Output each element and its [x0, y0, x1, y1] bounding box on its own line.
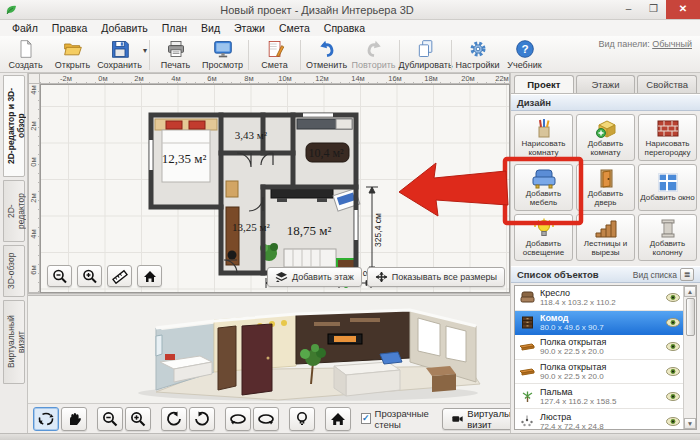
right-panel-tabs: Проект Этажи Свойства: [511, 73, 700, 94]
orbit-right-button[interactable]: [253, 407, 279, 431]
question-icon: ?: [514, 39, 536, 59]
add-floor-button[interactable]: Добавить этаж: [267, 267, 362, 287]
menu-file[interactable]: Файл: [5, 22, 45, 34]
rotate-down-button[interactable]: [189, 407, 215, 431]
list-view-toggle-button[interactable]: ≣: [680, 268, 694, 281]
menu-add[interactable]: Добавить: [94, 22, 154, 34]
add-room-button[interactable]: Добавить комнату: [576, 114, 635, 161]
minimize-button[interactable]: –: [616, 0, 641, 19]
main-toolbar: Создать Открыть Сохранить ▾ Печать Просм…: [0, 36, 700, 73]
estimate-button[interactable]: Смета: [251, 38, 298, 70]
menu-edit[interactable]: Правка: [45, 22, 94, 34]
transparent-walls-checkbox[interactable]: ✓: [361, 413, 371, 424]
visibility-eye-icon[interactable]: [666, 417, 680, 426]
tab-floors[interactable]: Этажи: [576, 75, 636, 93]
tab-project[interactable]: Проект: [514, 75, 574, 93]
preview-button[interactable]: Просмотр: [199, 38, 246, 70]
visibility-eye-icon[interactable]: [666, 367, 680, 376]
menu-view[interactable]: Вид: [194, 22, 227, 34]
tab-3d-view[interactable]: 3D-обзор: [3, 245, 25, 297]
add-door-button[interactable]: Добавить дверь: [576, 164, 635, 211]
undo-button[interactable]: Отменить: [303, 38, 350, 70]
zoom-out-icon: [52, 269, 68, 284]
transparent-walls-toggle[interactable]: ✓ Прозрачные стены: [361, 408, 430, 430]
room-box-icon: [593, 118, 619, 139]
app-icon: [4, 3, 18, 17]
object-row-polka-1[interactable]: Полка открытая90.0 x 22.5 x 20.0: [515, 335, 683, 360]
tab-2d-editor[interactable]: 2D-редактор: [3, 180, 25, 242]
ruler-vertical: 4м 2м 0м 2м 4м 6м: [28, 84, 40, 293]
plan-2d-canvas[interactable]: 12,35 м² 3,43 м² 10,4 м² 13,25 м² 18,75 …: [40, 84, 510, 293]
room-label-living: 18,75 м²: [287, 223, 332, 238]
rotate-up-button[interactable]: [161, 407, 187, 431]
object-row-palma[interactable]: Пальма127.4 x 116.2 x 158.5: [515, 384, 683, 409]
shelf-small-icon: [519, 367, 535, 376]
object-row-lustra[interactable]: Люстра72.4 x 72.4 x 24.8: [515, 409, 683, 430]
visibility-eye-icon[interactable]: [666, 293, 680, 302]
scroll-down-arrow[interactable]: ▼: [684, 418, 696, 429]
lighting-button[interactable]: [289, 407, 315, 431]
settings-button[interactable]: Настройки: [454, 38, 501, 70]
home-icon: [329, 411, 347, 427]
duplicate-button[interactable]: Дублировать: [402, 38, 449, 70]
status-bar: [0, 433, 700, 440]
scroll-up-arrow[interactable]: ▲: [684, 286, 696, 297]
tab-properties[interactable]: Свойства: [637, 75, 697, 93]
zoom-in-3d-button[interactable]: [125, 407, 151, 431]
view-mode-tabs: 2D-редактор и 3D-обзор 2D-редактор 3D-об…: [0, 73, 28, 433]
menu-floors[interactable]: Этажи: [227, 22, 272, 34]
room-label-hall: 13,25 м²: [232, 221, 270, 233]
duplicate-icon: [415, 39, 437, 59]
show-all-dimensions-button[interactable]: Показывать все размеры: [367, 267, 505, 287]
tutorial-button[interactable]: ? Учебник: [501, 38, 548, 70]
add-lighting-button[interactable]: Добавить освещение: [514, 214, 573, 261]
menu-estimate[interactable]: Смета: [272, 22, 317, 34]
panel-view-switch[interactable]: Вид панели: Обычный: [599, 39, 692, 49]
view-3d-viewport[interactable]: [28, 296, 510, 403]
save-dropdown-arrow[interactable]: ▾: [143, 46, 147, 55]
close-button[interactable]: ✕: [666, 0, 700, 19]
zoom-out-button[interactable]: [47, 265, 72, 287]
print-button[interactable]: Печать: [152, 38, 199, 70]
zoom-out-icon: [101, 411, 119, 427]
object-row-polka-2[interactable]: Полка открытая90.0 x 22.5 x 20.0: [515, 360, 683, 385]
rotate-360-icon: [37, 411, 55, 427]
fit-home-button[interactable]: [137, 265, 162, 287]
draw-room-button[interactable]: Нарисовать комнату: [514, 114, 573, 161]
object-row-kreslo[interactable]: Кресло118.4 x 103.2 x 110.2: [515, 286, 683, 311]
rotate-vertical-cw-icon: [193, 411, 211, 427]
gear-icon: [467, 39, 489, 59]
scrollbar-thumb[interactable]: [686, 298, 695, 336]
object-row-komod-selected[interactable]: Комод80.0 x 49.6 x 90.7: [515, 311, 683, 336]
zoom-out-3d-button[interactable]: [97, 407, 123, 431]
add-column-button[interactable]: Добавить колонну: [638, 214, 697, 261]
zoom-in-button[interactable]: [77, 265, 102, 287]
open-button[interactable]: Открыть: [49, 38, 96, 70]
tab-2d-3d[interactable]: 2D-редактор и 3D-обзор: [3, 75, 25, 177]
menu-plan[interactable]: План: [155, 22, 194, 34]
orbit-left-button[interactable]: [225, 407, 251, 431]
visibility-eye-icon[interactable]: [666, 342, 680, 351]
add-furniture-button[interactable]: Добавить мебель: [514, 164, 573, 211]
maximize-button[interactable]: ❐: [641, 0, 666, 19]
room-label-bedroom: 12,35 м²: [162, 151, 207, 166]
add-window-button[interactable]: Добавить окно: [638, 164, 697, 211]
save-button[interactable]: Сохранить: [96, 38, 143, 70]
new-button[interactable]: Создать: [2, 38, 49, 70]
visibility-eye-icon[interactable]: [666, 318, 680, 327]
light-bulb-icon: [293, 411, 311, 427]
home-3d-button[interactable]: [325, 407, 351, 431]
panel-view-link[interactable]: Обычный: [652, 39, 692, 49]
toolbar-separator: [248, 40, 249, 70]
objects-scrollbar[interactable]: ▲ ▼: [683, 286, 696, 429]
tab-virtual-visit[interactable]: Виртуальный визит: [3, 300, 25, 384]
visibility-eye-icon[interactable]: [666, 392, 680, 401]
draw-partition-button[interactable]: Нарисовать перегородку: [638, 114, 697, 161]
measure-button[interactable]: [107, 265, 132, 287]
pan-hand-button[interactable]: [61, 407, 87, 431]
rotate-360-button[interactable]: [33, 407, 59, 431]
redo-button[interactable]: Повторить: [350, 38, 397, 70]
right-panel: Проект Этажи Свойства Дизайн Нарисовать …: [510, 73, 700, 433]
stairs-cutouts-button[interactable]: Лестницы и вырезы: [576, 214, 635, 261]
menu-help[interactable]: Справка: [317, 22, 372, 34]
